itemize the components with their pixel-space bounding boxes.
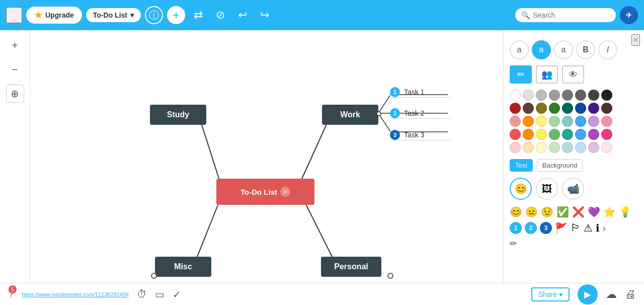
frame-button[interactable]: ▭ xyxy=(155,288,165,300)
color-dark-green[interactable] xyxy=(549,103,560,114)
emoji-bulb[interactable]: 💡 xyxy=(619,206,631,218)
center-view-button[interactable]: ⊕ xyxy=(6,85,24,103)
color-rose[interactable] xyxy=(601,129,612,140)
undo-button[interactable]: ↩ xyxy=(233,6,252,24)
check-button[interactable]: ✓ xyxy=(173,288,181,300)
color-pale-green[interactable] xyxy=(549,142,560,153)
color-light-teal[interactable] xyxy=(562,116,573,127)
avatar[interactable]: ✈ xyxy=(620,6,638,24)
color-olive[interactable] xyxy=(536,103,547,114)
image-button[interactable]: 🖼 xyxy=(536,178,558,200)
person-shape-button[interactable]: 👥 xyxy=(536,65,558,84)
task1-item[interactable]: 1 Task 1 xyxy=(390,87,450,98)
cloud-button[interactable]: ☁ xyxy=(606,288,617,301)
share-button[interactable]: Share ▾ xyxy=(531,287,570,301)
zoom-in-button[interactable]: + xyxy=(6,36,24,54)
color-navy[interactable] xyxy=(575,103,586,114)
color-lavender[interactable] xyxy=(588,116,599,127)
edit-shape-button[interactable]: ✏ xyxy=(510,65,532,84)
text-italic-button[interactable]: I xyxy=(598,40,617,59)
eye-shape-button[interactable]: 👁 xyxy=(562,65,584,84)
color-peach[interactable] xyxy=(523,142,534,153)
background-toggle-button[interactable]: Background xyxy=(537,159,583,172)
misc-node[interactable]: Misc xyxy=(155,257,211,277)
history-button[interactable]: ⏱ xyxy=(137,288,147,300)
text-toggle-button[interactable]: Text xyxy=(510,159,533,172)
canvas[interactable]: To-Do List ≡ Study Work Misc Personal 1 … xyxy=(30,30,503,305)
color-teal[interactable] xyxy=(562,103,573,114)
emoji-neutral[interactable]: 😐 xyxy=(525,206,538,218)
zoom-out-button[interactable]: − xyxy=(6,60,24,79)
badge-1[interactable]: 1 xyxy=(510,222,522,234)
task2-item[interactable]: 1 Task 2 xyxy=(390,108,450,119)
text-filled-button[interactable]: a xyxy=(532,40,551,59)
color-amber[interactable] xyxy=(523,129,534,140)
color-cream[interactable] xyxy=(536,142,547,153)
color-pale-teal[interactable] xyxy=(562,142,573,153)
color-white[interactable] xyxy=(510,90,521,101)
info-button[interactable]: ⓘ xyxy=(145,6,163,24)
emoji-sad[interactable]: 😟 xyxy=(541,206,553,218)
info-badge-icon[interactable]: ℹ xyxy=(596,222,600,234)
color-pale-purple[interactable] xyxy=(588,142,599,153)
page-url[interactable]: https://www.mindmeister.com/1123828245# xyxy=(22,291,129,297)
add-button[interactable]: + xyxy=(167,6,185,24)
center-node[interactable]: To-Do List ≡ xyxy=(216,179,314,205)
play-button[interactable]: ▶ xyxy=(578,284,598,304)
emoji-happy[interactable]: 😊 xyxy=(510,206,522,218)
color-pale-blue[interactable] xyxy=(575,142,586,153)
color-red[interactable] xyxy=(510,129,521,140)
warning-icon[interactable]: ⚠ xyxy=(584,222,593,234)
color-purple[interactable] xyxy=(588,103,599,114)
title-dropdown[interactable]: To-Do List ▾ xyxy=(86,8,141,22)
redo-button[interactable]: ↪ xyxy=(256,6,274,24)
color-gray2[interactable] xyxy=(536,90,547,101)
text-outlined-button[interactable]: a xyxy=(554,40,573,59)
share-icon-button[interactable]: ⇄ xyxy=(189,6,207,24)
badge-3[interactable]: 3 xyxy=(540,222,552,234)
color-pink[interactable] xyxy=(601,116,612,127)
pen-tool-icon[interactable]: ✏ xyxy=(510,238,638,249)
emoji-check[interactable]: ✅ xyxy=(556,206,569,218)
search-input[interactable] xyxy=(533,11,608,19)
color-yellow[interactable] xyxy=(536,116,547,127)
color-orange[interactable] xyxy=(523,116,534,127)
work-node[interactable]: Work xyxy=(322,105,378,125)
emoji-star[interactable]: ⭐ xyxy=(603,206,616,218)
emoji-button[interactable]: 😊 xyxy=(510,178,532,200)
color-bright-yellow[interactable] xyxy=(536,129,547,140)
color-gray5[interactable] xyxy=(575,90,586,101)
flag-red-icon[interactable]: 🚩 xyxy=(555,222,568,234)
color-brown[interactable] xyxy=(523,103,534,114)
color-light-blue[interactable] xyxy=(575,116,586,127)
color-dark-brown[interactable] xyxy=(601,103,612,114)
color-dark-red[interactable] xyxy=(510,103,521,114)
study-node[interactable]: Study xyxy=(150,105,206,125)
color-gray6[interactable] xyxy=(588,90,599,101)
color-gray4[interactable] xyxy=(562,90,573,101)
text-normal-button[interactable]: a xyxy=(510,40,529,59)
color-light-red[interactable] xyxy=(510,116,521,127)
emoji-cross[interactable]: ❌ xyxy=(572,206,585,218)
color-gray3[interactable] xyxy=(549,90,560,101)
back-button[interactable]: ‹ xyxy=(6,7,22,23)
text-bold-button[interactable]: B xyxy=(576,40,595,59)
video-button[interactable]: 📹 xyxy=(562,178,584,200)
color-green[interactable] xyxy=(549,129,560,140)
color-gray1[interactable] xyxy=(523,90,534,101)
badge-2[interactable]: 2 xyxy=(525,222,537,234)
color-cyan[interactable] xyxy=(562,129,573,140)
block-button[interactable]: ⊘ xyxy=(211,6,229,24)
color-black[interactable] xyxy=(601,90,612,101)
print-button[interactable]: 🖨 xyxy=(625,288,636,301)
color-pale-red[interactable] xyxy=(510,142,521,153)
upgrade-button[interactable]: ★ Upgrade xyxy=(26,7,82,24)
flag-green-icon[interactable]: 🏳 xyxy=(571,222,581,234)
color-violet[interactable] xyxy=(588,129,599,140)
color-pale-pink[interactable] xyxy=(601,142,612,153)
personal-node[interactable]: Personal xyxy=(321,257,381,277)
close-panel-button[interactable]: ✕ xyxy=(631,34,640,46)
more-emojis-button[interactable]: › xyxy=(603,222,606,234)
emoji-heart[interactable]: 💜 xyxy=(588,206,600,218)
color-blue[interactable] xyxy=(575,129,586,140)
